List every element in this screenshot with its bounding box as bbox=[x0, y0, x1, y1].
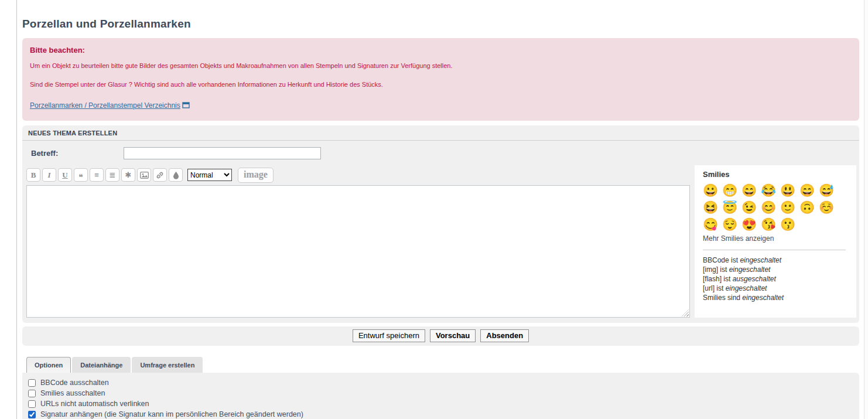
preview-button[interactable]: Vorschau bbox=[430, 329, 476, 342]
subject-row: Betreff: bbox=[22, 141, 859, 165]
smiley-icon[interactable]: 😉 bbox=[741, 199, 761, 216]
insert-link-button[interactable] bbox=[153, 168, 167, 182]
smiley-icon[interactable]: 😇 bbox=[722, 199, 741, 216]
option-checkbox[interactable] bbox=[28, 390, 36, 397]
option-row[interactable]: BBCode ausschalten bbox=[28, 378, 853, 388]
smiley-icon[interactable]: 😁 bbox=[722, 182, 741, 199]
option-checkbox[interactable] bbox=[28, 411, 36, 418]
smiley-icon[interactable]: 🙂 bbox=[780, 199, 799, 216]
porzellanmarken-verzeichnis-link[interactable]: Porzellanmarken / Porzellanstempel Verze… bbox=[30, 101, 180, 110]
smiley-icon[interactable]: 😗 bbox=[780, 216, 799, 233]
image-icon bbox=[140, 172, 149, 179]
smiley-row: 😋😌😍😘😗 bbox=[703, 216, 852, 233]
smiley-icon[interactable]: 😄 bbox=[799, 182, 819, 199]
new-topic-panel: NEUES THEMA ERSTELLEN Betreff: B I U ❝ ≡… bbox=[22, 125, 859, 323]
page-title: Porzellan und Porzellanmarken bbox=[22, 18, 859, 30]
page-left-border bbox=[16, 0, 17, 419]
more-smilies-link[interactable]: Mehr Smilies anzeigen bbox=[703, 234, 774, 243]
notice-line-1: Um ein Objekt zu beurteilen bitte gute B… bbox=[30, 62, 851, 69]
smiley-icon[interactable]: 🙃 bbox=[799, 199, 819, 216]
option-checkbox[interactable] bbox=[28, 379, 36, 387]
bbcode-status-line: [img] ist eingeschaltet bbox=[703, 265, 852, 274]
smiley-icon[interactable]: 😆 bbox=[703, 199, 722, 216]
bbcode-status-line: Smilies sind eingeschaltet bbox=[703, 293, 852, 302]
notice-line-2: Sind die Stempel unter der Glasur ? Wich… bbox=[30, 81, 851, 88]
italic-button[interactable]: I bbox=[42, 168, 56, 182]
quote-button[interactable]: ❝ bbox=[74, 168, 88, 182]
bbcode-toolbar: B I U ❝ ≡ ≣ ✱ Normal image bbox=[26, 166, 690, 183]
divider bbox=[703, 250, 846, 250]
message-textarea[interactable] bbox=[26, 185, 690, 318]
smiley-icon[interactable]: 😊 bbox=[761, 199, 780, 216]
option-checkbox[interactable] bbox=[28, 400, 36, 408]
message-row: B I U ❝ ≡ ≣ ✱ Normal image bbox=[22, 165, 859, 323]
link-icon bbox=[156, 171, 164, 179]
bbcode-status-line: BBCode ist eingeschaltet bbox=[703, 256, 852, 265]
editor-column: B I U ❝ ≡ ≣ ✱ Normal image bbox=[26, 165, 690, 318]
list-item-button[interactable]: ✱ bbox=[121, 168, 135, 182]
smiley-icon[interactable]: 😂 bbox=[761, 182, 780, 199]
insert-image-button[interactable] bbox=[137, 168, 151, 182]
smiley-grid: 😀😁😄😂😃😄😅😆😇😉😊🙂🙃☺️😋😌😍😘😗 bbox=[703, 182, 852, 233]
smiley-icon[interactable]: 😋 bbox=[703, 216, 722, 233]
ordered-list-button[interactable]: ≣ bbox=[105, 168, 119, 182]
smiley-row: 😀😁😄😂😃😄😅 bbox=[703, 182, 852, 199]
bold-button[interactable]: B bbox=[26, 168, 40, 182]
smilies-sidebar: Smilies 😀😁😄😂😃😄😅😆😇😉😊🙂🙃☺️😋😌😍😘😗 Mehr Smilie… bbox=[695, 165, 856, 318]
smiley-icon[interactable]: 😘 bbox=[761, 216, 780, 233]
bbcode-status-line: [url] ist eingeschaltet bbox=[703, 284, 852, 293]
subject-label: Betreff: bbox=[27, 149, 124, 158]
subject-input[interactable] bbox=[124, 147, 321, 159]
options-list: BBCode ausschaltenSmilies ausschaltenURL… bbox=[28, 378, 853, 419]
tab-umfrage-erstellen[interactable]: Umfrage erstellen bbox=[132, 357, 203, 373]
smiley-icon[interactable]: 😄 bbox=[741, 182, 761, 199]
smiley-icon[interactable]: 😌 bbox=[722, 216, 741, 233]
window-external-link-icon bbox=[182, 102, 190, 108]
smiley-icon[interactable]: 😀 bbox=[703, 182, 722, 199]
scrollbar-track[interactable] bbox=[864, 0, 868, 419]
tab-dateianhänge[interactable]: Dateianhänge bbox=[72, 357, 131, 373]
option-row[interactable]: Smilies ausschalten bbox=[28, 389, 853, 398]
notice-heading: Bitte beachten: bbox=[30, 46, 851, 54]
bbcode-status-line: [flash] ist ausgeschaltet bbox=[703, 274, 852, 284]
submit-button[interactable]: Absenden bbox=[480, 329, 529, 342]
option-row[interactable]: URLs nicht automatisch verlinken bbox=[28, 399, 853, 409]
list-button[interactable]: ≡ bbox=[90, 168, 104, 182]
smiley-row: 😆😇😉😊🙂🙃☺️ bbox=[703, 199, 852, 216]
underline-button[interactable]: U bbox=[58, 168, 72, 182]
option-label: BBCode ausschalten bbox=[40, 378, 109, 388]
smiley-icon[interactable]: 😅 bbox=[819, 182, 838, 199]
option-label: URLs nicht automatisch verlinken bbox=[40, 399, 149, 409]
font-size-select[interactable]: Normal bbox=[187, 169, 232, 181]
image-bbcode-button[interactable]: image bbox=[238, 168, 274, 183]
smiley-icon[interactable]: 😍 bbox=[741, 216, 761, 233]
option-label: Smilies ausschalten bbox=[40, 389, 105, 398]
droplet-icon bbox=[173, 171, 179, 179]
tab-optionen[interactable]: Optionen bbox=[26, 357, 71, 373]
font-color-button[interactable] bbox=[169, 168, 183, 182]
save-draft-button[interactable]: Entwurf speichern bbox=[353, 329, 425, 342]
main-content: Porzellan und Porzellanmarken Bitte beac… bbox=[22, 0, 859, 419]
options-panel: BBCode ausschaltenSmilies ausschaltenURL… bbox=[22, 373, 859, 419]
section-title: NEUES THEMA ERSTELLEN bbox=[22, 125, 859, 141]
option-row[interactable]: Signatur anhängen (die Signatur kann im … bbox=[28, 410, 853, 419]
smiley-icon[interactable]: 😃 bbox=[780, 182, 799, 199]
notice-box: Bitte beachten: Um ein Objekt zu beurtei… bbox=[22, 38, 859, 121]
submit-bar: Entwurf speichernVorschauAbsenden bbox=[22, 326, 859, 346]
option-label: Signatur anhängen (die Signatur kann im … bbox=[40, 410, 303, 419]
tabs: OptionenDateianhängeUmfrage erstellen bbox=[22, 357, 859, 373]
bbcode-status: BBCode ist eingeschaltet[img] ist einges… bbox=[703, 256, 852, 302]
smiley-icon[interactable]: ☺️ bbox=[819, 199, 838, 216]
smilies-title: Smilies bbox=[703, 170, 852, 179]
